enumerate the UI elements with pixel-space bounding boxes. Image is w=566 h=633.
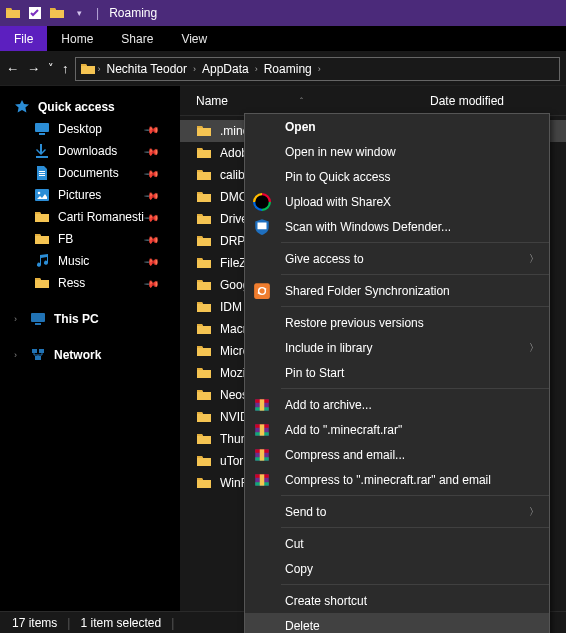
svg-rect-7	[35, 323, 41, 325]
chevron-right-icon[interactable]: ›	[318, 64, 321, 74]
folder-icon	[196, 453, 212, 469]
winrar-icon	[253, 471, 271, 489]
sidebar-quick-access[interactable]: Quick access	[0, 96, 180, 118]
breadcrumb[interactable]: Roaming	[260, 62, 316, 76]
status-count: 17 items	[12, 616, 57, 630]
chevron-down-icon[interactable]: ▾	[70, 4, 88, 22]
context-menu-label: Give access to	[285, 252, 364, 266]
chevron-right-icon[interactable]: ›	[193, 64, 196, 74]
downloads-icon	[34, 143, 50, 159]
context-menu-item[interactable]: Open in new window	[245, 139, 549, 164]
folder-icon	[196, 409, 212, 425]
context-menu-label: Add to archive...	[285, 398, 372, 412]
sidebar-item[interactable]: Desktop📌	[0, 118, 180, 140]
folder-icon	[48, 4, 66, 22]
pin-icon: 📌	[144, 121, 160, 137]
context-menu-item[interactable]: Add to ".minecraft.rar"	[245, 417, 549, 442]
context-menu-item[interactable]: Create shortcut	[245, 588, 549, 613]
sidebar-this-pc[interactable]: › This PC	[0, 308, 180, 330]
context-menu-label: Pin to Quick access	[285, 170, 390, 184]
tab-view[interactable]: View	[167, 26, 221, 51]
pin-icon: 📌	[144, 165, 160, 181]
defender-icon	[253, 218, 271, 236]
chevron-right-icon[interactable]: ›	[255, 64, 258, 74]
pictures-icon	[34, 187, 50, 203]
up-button[interactable]: ↑	[62, 61, 69, 76]
sidebar-item[interactable]: Documents📌	[0, 162, 180, 184]
context-menu-label: Copy	[285, 562, 313, 576]
svg-rect-21	[260, 424, 265, 435]
context-menu-item[interactable]: Compress and email...	[245, 442, 549, 467]
sidebar-item[interactable]: Ress📌	[0, 272, 180, 294]
context-menu-item[interactable]: Scan with Windows Defender...	[245, 214, 549, 239]
context-menu-item[interactable]: Restore previous versions	[245, 310, 549, 335]
context-menu-item[interactable]: Give access to〉	[245, 246, 549, 271]
properties-icon[interactable]	[26, 4, 44, 22]
forward-button[interactable]: →	[27, 61, 40, 76]
chevron-right-icon[interactable]: ›	[98, 64, 101, 74]
context-menu-label: Include in library	[285, 341, 372, 355]
context-menu-item[interactable]: Cut	[245, 531, 549, 556]
folder-icon	[196, 431, 212, 447]
sidebar-item-label: Desktop	[58, 122, 102, 136]
sidebar-item-label: Music	[58, 254, 89, 268]
context-menu-item[interactable]: Pin to Start	[245, 360, 549, 385]
context-menu-item[interactable]: Compress to ".minecraft.rar" and email	[245, 467, 549, 492]
sidebar-item-label: Ress	[58, 276, 85, 290]
recent-dropdown[interactable]: ˅	[48, 62, 54, 75]
sidebar-item[interactable]: Carti Romanesti📌	[0, 206, 180, 228]
folder-icon	[34, 209, 50, 225]
folder-icon	[196, 167, 212, 183]
folder-icon	[196, 299, 212, 315]
context-menu-item[interactable]: Copy	[245, 556, 549, 581]
sidebar-item[interactable]: Music📌	[0, 250, 180, 272]
context-menu: OpenOpen in new windowPin to Quick acces…	[244, 113, 550, 633]
column-headers[interactable]: Name ˆ Date modified	[180, 86, 566, 116]
status-selected: 1 item selected	[80, 616, 161, 630]
context-menu-label: Cut	[285, 537, 304, 551]
context-menu-item[interactable]: Open	[245, 114, 549, 139]
context-menu-label: Compress to ".minecraft.rar" and email	[285, 473, 491, 487]
breadcrumb[interactable]: AppData	[198, 62, 253, 76]
context-menu-item[interactable]: Add to archive...	[245, 392, 549, 417]
tab-home[interactable]: Home	[47, 26, 107, 51]
breadcrumb[interactable]: Nechita Teodor	[103, 62, 192, 76]
pin-icon: 📌	[144, 275, 160, 291]
context-menu-item[interactable]: Delete	[245, 613, 549, 633]
folder-icon	[196, 233, 212, 249]
menu-separator	[281, 242, 549, 243]
sidebar-item[interactable]: Downloads📌	[0, 140, 180, 162]
chevron-right-icon[interactable]: ›	[14, 314, 22, 324]
menu-separator	[281, 495, 549, 496]
sidebar-network[interactable]: › Network	[0, 344, 180, 366]
file-tab[interactable]: File	[0, 26, 47, 51]
tab-share[interactable]: Share	[107, 26, 167, 51]
context-menu-item[interactable]: Pin to Quick access	[245, 164, 549, 189]
context-menu-item[interactable]: Shared Folder Synchronization	[245, 278, 549, 303]
chevron-right-icon[interactable]: ›	[14, 350, 22, 360]
svg-rect-4	[35, 189, 49, 201]
folder-icon	[4, 4, 22, 22]
winrar-icon	[253, 421, 271, 439]
menu-separator	[281, 527, 549, 528]
column-name[interactable]: Name	[196, 94, 396, 108]
sidebar-item[interactable]: FB📌	[0, 228, 180, 250]
folder-icon	[196, 123, 212, 139]
navigation-bar: ← → ˅ ↑ › Nechita Teodor › AppData › Roa…	[0, 52, 566, 86]
context-menu-item[interactable]: Send to〉	[245, 499, 549, 524]
folder-icon	[196, 145, 212, 161]
back-button[interactable]: ←	[6, 61, 19, 76]
sidebar-item[interactable]: Pictures📌	[0, 184, 180, 206]
chevron-right-icon: 〉	[529, 252, 539, 266]
navigation-pane: Quick access Desktop📌Downloads📌Documents…	[0, 86, 180, 611]
chevron-right-icon: 〉	[529, 341, 539, 355]
address-bar[interactable]: › Nechita Teodor › AppData › Roaming ›	[75, 57, 561, 81]
context-menu-item[interactable]: Include in library〉	[245, 335, 549, 360]
folder-icon	[196, 255, 212, 271]
file-name: IDM	[220, 300, 242, 314]
folder-icon	[34, 231, 50, 247]
svg-point-5	[38, 192, 41, 195]
context-menu-label: Pin to Start	[285, 366, 344, 380]
column-date[interactable]: Date modified	[430, 94, 504, 108]
context-menu-item[interactable]: Upload with ShareX	[245, 189, 549, 214]
